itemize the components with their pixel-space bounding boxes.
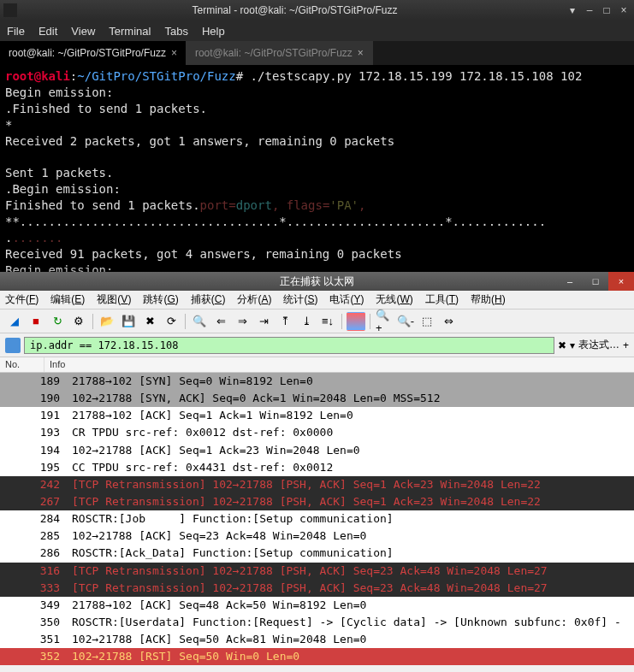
packet-row[interactable]: 242 [TCP Retransmission] 102→21788 [PSH,… [0, 476, 634, 493]
menu-c[interactable]: 捕获(C) [191, 292, 226, 307]
packet-row[interactable]: 351 102→21788 [ACK] Seq=50 Ack=81 Win=20… [0, 631, 634, 648]
packet-list-header: No. Info [0, 357, 634, 373]
expression-button[interactable]: 表达式… [578, 338, 619, 352]
terminal-titlebar: Terminal - root@kali: ~/GitPro/STGitPro/… [0, 0, 634, 21]
term-line: Sent 1 packets. [5, 165, 629, 181]
packet-row[interactable]: 350 ROSCTR:[Userdata] Function:[Request]… [0, 614, 634, 631]
term-line: * [5, 117, 629, 133]
packet-row[interactable]: 194 102→21788 [ACK] Seq=1 Ack=23 Win=204… [0, 442, 634, 459]
menu-g[interactable]: 跳转(G) [143, 292, 178, 307]
window-minimize-button[interactable]: – [583, 3, 596, 17]
packet-row[interactable]: 349 21788→102 [ACK] Seq=48 Ack=50 Win=81… [0, 597, 634, 614]
prev-icon[interactable]: ⇐ [211, 312, 230, 331]
zoom-reset-icon[interactable]: ⬚ [418, 312, 436, 331]
resize-cols-icon[interactable]: ⇔ [439, 312, 458, 331]
options-icon[interactable]: ⚙ [69, 312, 88, 331]
prompt-command: ./testscapy.py 172.18.15.199 172.18.15.1… [251, 69, 583, 83]
reload-icon[interactable]: ⟳ [162, 312, 181, 331]
menu-h[interactable]: 帮助(H) [471, 292, 506, 307]
find-icon[interactable]: 🔍 [190, 312, 209, 331]
term-line: Received 91 packets, got 4 answers, rema… [5, 246, 629, 262]
filter-dropdown-icon[interactable]: ▾ [570, 339, 575, 351]
packet-row[interactable]: 285 102→21788 [ACK] Seq=23 Ack=48 Win=20… [0, 528, 634, 545]
add-filter-button[interactable]: + [623, 339, 629, 351]
prompt-path: ~/GitPro/STGitPro/Fuzz [77, 69, 235, 83]
packet-row[interactable]: 352 102→21788 [RST] Seq=50 Win=0 Len=0 [0, 648, 634, 665]
menu-file[interactable]: File [7, 25, 25, 38]
packet-row[interactable]: 284 ROSCTR:[Job ] Function:[Setup commun… [0, 510, 634, 528]
menu-view[interactable]: View [71, 25, 95, 38]
menu-t[interactable]: 工具(T) [425, 292, 459, 307]
packet-row[interactable]: 267 [TCP Retransmission] 102→21788 [PSH,… [0, 493, 634, 510]
restart-capture-icon[interactable]: ↻ [48, 312, 67, 331]
menu-y[interactable]: 电话(Y) [329, 292, 364, 307]
wireshark-menubar: 文件(F)编辑(E)视图(V)跳转(G)捕获(C)分析(A)统计(S)电话(Y)… [0, 291, 634, 309]
menu-w[interactable]: 无线(W) [376, 292, 412, 307]
packet-list[interactable]: 189 21788→102 [SYN] Seq=0 Win=8192 Len=0… [0, 373, 634, 665]
menu-a[interactable]: 分析(A) [237, 292, 271, 307]
packet-row[interactable]: 195 CC TPDU src-ref: 0x4431 dst-ref: 0x0… [0, 459, 634, 476]
header-info[interactable]: Info [44, 357, 634, 372]
wireshark-filter-bar: ✖ ▾ 表达式… + [0, 333, 634, 357]
packet-row[interactable]: 190 102→21788 [SYN, ACK] Seq=0 Ack=1 Win… [0, 390, 634, 407]
colorize-icon[interactable] [347, 312, 365, 331]
terminal-tabs: root@kali: ~/GitPro/STGitPro/Fuzz × root… [0, 41, 634, 65]
menu-tabs[interactable]: Tabs [164, 25, 187, 38]
menu-e[interactable]: 编辑(E) [50, 292, 85, 307]
save-icon[interactable]: 💾 [119, 312, 138, 331]
open-icon[interactable]: 📂 [98, 312, 116, 331]
close-icon[interactable]: × [358, 47, 364, 59]
term-line: Begin emission: [5, 85, 629, 101]
wireshark-titlebar: 正在捕获 以太网 – □ × [0, 272, 634, 291]
close-file-icon[interactable]: ✖ [140, 312, 159, 331]
zoom-in-icon[interactable]: 🔍+ [375, 312, 394, 331]
term-line: **....................................*.… [5, 214, 629, 230]
packet-row[interactable]: 189 21788→102 [SYN] Seq=0 Win=8192 Len=0 [0, 373, 634, 390]
terminal-tab-2[interactable]: root@kali: ~/GitPro/STGitPro/Fuzz × [187, 41, 373, 65]
terminal-tab-1[interactable]: root@kali: ~/GitPro/STGitPro/Fuzz × [0, 41, 187, 65]
term-line: .Finished to send 1 packets. [5, 101, 629, 117]
auto-scroll-icon[interactable]: ≡↓ [318, 312, 337, 331]
terminal-menubar: File Edit View Terminal Tabs Help [0, 21, 634, 41]
close-icon[interactable]: × [171, 47, 177, 59]
wireshark-toolbar: ◢ ■ ↻ ⚙ 📂 💾 ✖ ⟳ 🔍 ⇐ ⇒ ⇥ ⤒ ⤓ ≡↓ 🔍+ 🔍- ⬚ ⇔ [0, 309, 634, 333]
bookmark-icon[interactable] [5, 338, 21, 353]
menu-v[interactable]: 视图(V) [97, 292, 131, 307]
window-close-button[interactable]: × [608, 272, 634, 291]
menu-terminal[interactable]: Terminal [109, 25, 151, 38]
wireshark-window: 正在捕获 以太网 – □ × 文件(F)编辑(E)视图(V)跳转(G)捕获(C)… [0, 272, 634, 672]
clear-filter-icon[interactable]: ✖ [558, 339, 566, 351]
terminal-body[interactable]: root@kali:~/GitPro/STGitPro/Fuzz# ./test… [0, 65, 634, 279]
stop-capture-icon[interactable]: ■ [27, 312, 45, 331]
window-maximize-button[interactable]: □ [583, 272, 608, 291]
menu-edit[interactable]: Edit [39, 25, 57, 38]
next-icon[interactable]: ⇒ [233, 312, 252, 331]
minimize-icon[interactable]: ▾ [566, 3, 579, 17]
display-filter-input[interactable] [24, 337, 554, 354]
jump-icon[interactable]: ⇥ [254, 312, 273, 331]
term-line: Received 2 packets, got 1 answers, remai… [5, 133, 629, 150]
window-close-button[interactable]: × [617, 3, 631, 17]
terminal-title: Terminal - root@kali: ~/GitPro/STGitPro/… [24, 4, 566, 16]
packet-row[interactable]: 193 CR TPDU src-ref: 0x0012 dst-ref: 0x0… [0, 424, 634, 441]
term-line: .Begin emission: [5, 181, 629, 197]
packet-row[interactable]: 333 [TCP Retransmission] 102→21788 [PSH,… [0, 580, 634, 597]
wireshark-title: 正在捕获 以太网 [280, 274, 354, 289]
terminal-window: Terminal - root@kali: ~/GitPro/STGitPro/… [0, 0, 634, 282]
zoom-out-icon[interactable]: 🔍- [396, 312, 415, 331]
menu-f[interactable]: 文件(F) [5, 292, 39, 307]
packet-row[interactable]: 316 [TCP Retransmission] 102→21788 [PSH,… [0, 563, 634, 580]
first-icon[interactable]: ⤒ [276, 312, 294, 331]
menu-s[interactable]: 统计(S) [283, 292, 317, 307]
last-icon[interactable]: ⤓ [297, 312, 316, 331]
menu-help[interactable]: Help [202, 25, 225, 38]
packet-row[interactable]: 286 ROSCTR:[Ack_Data] Function:[Setup co… [0, 545, 634, 562]
prompt-user: root@kali [5, 69, 70, 83]
window-maximize-button[interactable]: □ [600, 3, 613, 17]
header-no[interactable]: No. [0, 357, 44, 372]
packet-row[interactable]: 191 21788→102 [ACK] Seq=1 Ack=1 Win=8192… [0, 407, 634, 424]
start-capture-icon[interactable]: ◢ [5, 312, 24, 331]
terminal-icon [3, 3, 17, 17]
window-minimize-button[interactable]: – [557, 272, 583, 291]
